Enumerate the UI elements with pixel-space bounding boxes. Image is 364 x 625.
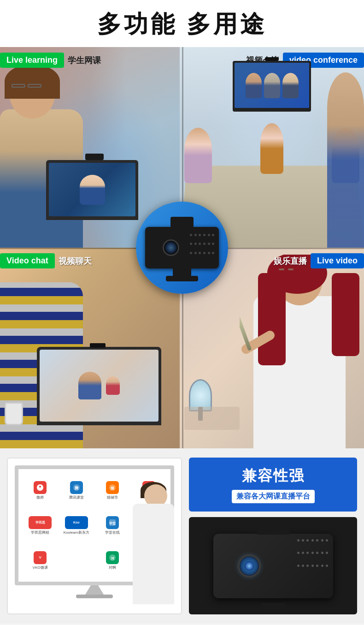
app-name-xuetangx: 学堂在线 — [105, 530, 120, 535]
monitor-stand — [85, 585, 104, 595]
app-name-weishi: 微师 — [36, 495, 44, 500]
webcam-body — [145, 227, 219, 268]
compat-title: 兼容性强 — [196, 466, 350, 486]
label-cn-tl: 学生网课 — [68, 55, 101, 66]
app-tencent: 腾 腾讯课堂 — [60, 475, 93, 506]
app-xueersi: 学而思 学而思网校 — [24, 510, 57, 541]
svg-text:腾: 腾 — [75, 486, 79, 490]
person-body — [133, 504, 174, 604]
webcam-big-lens — [238, 554, 261, 577]
left-panel: 微师 腾 腾讯课堂 猿 猿辅导 掌 — [7, 458, 182, 614]
app-icon-duia: 对 — [106, 551, 119, 564]
page-title: 多功能 多用途 — [0, 8, 364, 41]
app-icon-xueersi: 学而思 — [29, 516, 52, 529]
app-icon-koolearn: Koo — [65, 516, 88, 529]
svg-text:学堂: 学堂 — [109, 521, 116, 525]
right-panel: 兼容性强 兼容各大网课直播平台 — [189, 458, 357, 614]
app-weishi: 微师 — [24, 475, 57, 506]
label-bl: Video chat 视频聊天 — [0, 253, 92, 268]
compat-subtitle: 兼容各大网课直播平台 — [232, 490, 315, 503]
app-koolearn: Koo Koolearn新东方 — [60, 510, 93, 541]
app-name-yuanfudao: 猿辅导 — [107, 495, 118, 500]
svg-text:对: 对 — [111, 556, 115, 560]
compat-header: 兼容性强 兼容各大网课直播平台 — [189, 458, 357, 512]
badge-live-video: Live video — [311, 253, 364, 268]
webcam-big-lens-inner — [245, 561, 254, 571]
webcam-foot — [166, 276, 198, 281]
app-icon-tencent: 腾 — [70, 481, 83, 494]
webcam-photo-panel — [189, 517, 357, 614]
app-empty — [60, 545, 93, 576]
app-duia: 对 对啊 — [96, 545, 129, 576]
app-vko: V VKO微课 — [24, 545, 57, 576]
app-icon-xuetangx: 学堂 — [106, 516, 119, 529]
label-cn-br: 娱乐直播 — [274, 256, 307, 267]
app-icon-weishi — [34, 481, 47, 494]
webcam-big-base — [262, 603, 285, 612]
app-icon-vko: V — [34, 551, 47, 564]
webcam-big-body — [213, 534, 333, 598]
badge-live-learning: Live learning — [0, 53, 64, 68]
page-header: 多功能 多用途 — [0, 0, 364, 47]
label-tl: Live learning 学生网课 — [0, 53, 101, 68]
quadrant-grid: Live learning 学生网课 视频会议 video conference — [0, 47, 364, 448]
webcam-big-foot — [252, 612, 294, 615]
person-beside-monitor — [130, 484, 176, 604]
badge-video-chat: Video chat — [0, 253, 55, 268]
app-name-koolearn: Koolearn新东方 — [64, 530, 89, 535]
webcam-clip — [170, 217, 194, 228]
center-webcam-circle — [136, 202, 228, 294]
app-name-tencent: 腾讯课堂 — [69, 495, 84, 500]
webcam-big-clip — [257, 521, 289, 535]
bottom-section: 微师 腾 腾讯课堂 猿 猿辅导 掌 — [0, 448, 364, 624]
monitor-base-bar — [76, 595, 113, 598]
app-name-vko: VKO微课 — [33, 565, 48, 570]
label-cn-bl: 视频聊天 — [59, 256, 92, 267]
webcam-lens — [163, 239, 179, 256]
app-xuetangx: 学堂 学堂在线 — [96, 510, 129, 541]
svg-text:猿: 猿 — [110, 486, 115, 490]
app-name-xueersi: 学而思网校 — [31, 530, 49, 535]
label-br: 娱乐直播 Live video — [274, 253, 364, 268]
app-yuanfudao: 猿 猿辅导 — [96, 475, 129, 506]
app-name-duia: 对啊 — [109, 565, 116, 570]
app-icon-yuanfudao: 猿 — [106, 481, 119, 494]
